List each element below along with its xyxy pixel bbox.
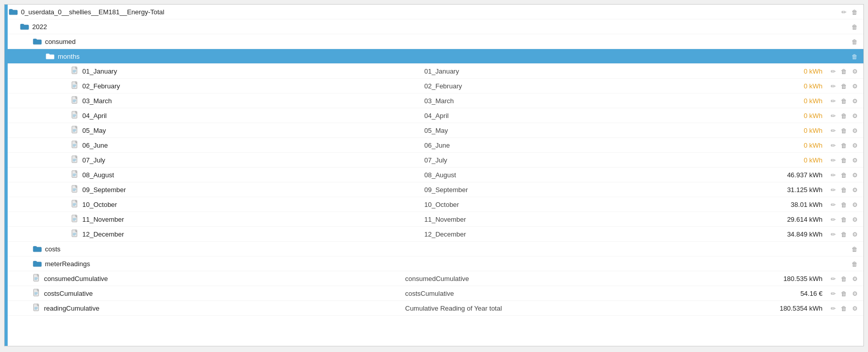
edit-icon-jan[interactable]: [829, 67, 837, 76]
row-alias-feb: 02_February: [404, 82, 757, 90]
svg-rect-34: [73, 190, 76, 190]
row-name-meterReadings: meterReadings: [45, 260, 90, 268]
settings-icon-apr[interactable]: [851, 111, 859, 120]
settings-icon-nov[interactable]: [851, 215, 859, 224]
delete-icon-meterReadings[interactable]: [850, 260, 859, 268]
settings-icon-mar[interactable]: [851, 97, 859, 105]
svg-rect-46: [73, 234, 76, 234]
settings-icon-aug[interactable]: [851, 171, 859, 179]
tree-row-jan[interactable]: 01_January01_January0 kWh: [5, 64, 863, 79]
svg-rect-58: [35, 308, 38, 309]
tree-row-oct[interactable]: 10_October10_October38.01 kWh: [5, 197, 863, 212]
settings-icon-oct[interactable]: [851, 200, 859, 209]
row-actions-costs: [829, 245, 859, 253]
row-left-jul: 07_July: [71, 155, 404, 165]
edit-icon-may[interactable]: [829, 126, 837, 135]
file-icon: [33, 303, 41, 313]
tree-row-costsCumulative[interactable]: costsCumulativecostsCumulative54.16 €: [5, 286, 863, 301]
tree-row-jun[interactable]: 06_June06_June0 kWh: [5, 138, 863, 153]
tree-row-meterReadings[interactable]: meterReadings: [5, 256, 863, 271]
settings-icon-consumedCumulative[interactable]: [851, 274, 859, 283]
file-icon: [71, 96, 79, 105]
row-actions-jun: [829, 141, 859, 150]
svg-rect-22: [73, 145, 76, 146]
settings-icon-readingCumulative[interactable]: [851, 304, 859, 313]
delete-icon-aug[interactable]: [839, 171, 849, 179]
row-value-jul: 0 kWh: [757, 156, 829, 164]
svg-rect-26: [73, 160, 76, 160]
tree-row-feb[interactable]: 02_February02_February0 kWh: [5, 79, 863, 93]
edit-icon-oct[interactable]: [829, 200, 837, 209]
delete-icon-mar[interactable]: [839, 97, 849, 105]
tree-row-dec[interactable]: 12_December12_December34.849 kWh: [5, 227, 863, 242]
row-name-aug: 08_August: [82, 171, 114, 179]
delete-icon-feb[interactable]: [839, 82, 849, 90]
settings-icon-feb[interactable]: [851, 82, 859, 90]
edit-icon-root-folder[interactable]: [840, 8, 848, 16]
svg-rect-43: [73, 220, 76, 221]
delete-icon-root-folder[interactable]: [850, 8, 859, 16]
delete-icon-nov[interactable]: [839, 215, 849, 224]
delete-icon-months[interactable]: [850, 52, 859, 61]
delete-icon-year-2022[interactable]: [850, 22, 859, 31]
svg-rect-55: [35, 294, 37, 295]
tree-row-nov[interactable]: 11_November11_November29.614 kWh: [5, 212, 863, 227]
folder-icon: [33, 260, 42, 267]
edit-icon-apr[interactable]: [829, 111, 837, 120]
row-name-jun: 06_June: [82, 142, 108, 149]
delete-icon-sep[interactable]: [839, 185, 849, 194]
edit-icon-consumedCumulative[interactable]: [829, 274, 837, 283]
delete-icon-consumed[interactable]: [850, 37, 859, 46]
tree-row-may[interactable]: 05_May05_May0 kWh: [5, 123, 863, 138]
delete-icon-dec[interactable]: [839, 230, 849, 239]
edit-icon-dec[interactable]: [829, 230, 837, 239]
delete-icon-oct[interactable]: [839, 200, 849, 209]
edit-icon-costsCumulative[interactable]: [829, 289, 837, 298]
tree-row-root-folder[interactable]: 0_userdata_0__shellies__EM181__Energy-To…: [5, 5, 863, 19]
delete-icon-jul[interactable]: [839, 156, 849, 165]
tree-row-jul[interactable]: 07_July07_July0 kWh: [5, 153, 863, 168]
tree-row-mar[interactable]: 03_March03_March0 kWh: [5, 93, 863, 108]
edit-icon-sep[interactable]: [829, 185, 837, 194]
delete-icon-costsCumulative[interactable]: [839, 289, 849, 298]
delete-icon-consumedCumulative[interactable]: [839, 274, 849, 283]
settings-icon-sep[interactable]: [851, 185, 859, 194]
settings-icon-jan[interactable]: [851, 67, 859, 76]
edit-icon-jun[interactable]: [829, 141, 837, 150]
delete-icon-jan[interactable]: [839, 67, 849, 76]
row-alias-apr: 04_April: [404, 112, 757, 120]
row-alias-sep: 09_September: [404, 186, 757, 194]
tree-row-apr[interactable]: 04_April04_April0 kWh: [5, 108, 863, 123]
edit-icon-mar[interactable]: [829, 97, 837, 105]
tree-row-year-2022[interactable]: 2022: [5, 19, 863, 34]
row-alias-oct: 10_October: [404, 201, 757, 208]
row-actions-jul: [829, 156, 859, 165]
tree-row-readingCumulative[interactable]: readingCumulativeCumulative Reading of Y…: [5, 301, 863, 316]
tree-row-consumed[interactable]: consumed: [5, 34, 863, 49]
row-left-meterReadings: meterReadings: [33, 260, 385, 268]
edit-icon-nov[interactable]: [829, 215, 837, 224]
delete-icon-apr[interactable]: [839, 111, 849, 120]
delete-icon-costs[interactable]: [850, 245, 859, 253]
settings-icon-jun[interactable]: [851, 141, 859, 150]
settings-icon-dec[interactable]: [851, 230, 859, 239]
settings-icon-costsCumulative[interactable]: [851, 289, 859, 298]
delete-icon-readingCumulative[interactable]: [839, 304, 849, 313]
file-icon: [71, 66, 79, 76]
tree-row-aug[interactable]: 08_August08_August46.937 kWh: [5, 168, 863, 182]
tree-row-costs[interactable]: costs: [5, 242, 863, 256]
delete-icon-jun[interactable]: [839, 141, 849, 150]
delete-icon-may[interactable]: [839, 126, 849, 135]
edit-icon-jul[interactable]: [829, 156, 837, 165]
edit-icon-feb[interactable]: [829, 82, 837, 90]
svg-rect-15: [73, 116, 76, 117]
settings-icon-jul[interactable]: [851, 156, 859, 165]
row-alias-aug: 08_August: [404, 171, 757, 179]
settings-icon-may[interactable]: [851, 126, 859, 135]
tree-row-sep[interactable]: 09_September09_September31.125 kWh: [5, 182, 863, 197]
row-left-aug: 08_August: [71, 170, 404, 179]
tree-row-months[interactable]: months: [5, 49, 863, 64]
edit-icon-aug[interactable]: [829, 171, 837, 179]
tree-row-consumedCumulative[interactable]: consumedCumulativeconsumedCumulative180.…: [5, 271, 863, 286]
edit-icon-readingCumulative[interactable]: [829, 304, 837, 313]
